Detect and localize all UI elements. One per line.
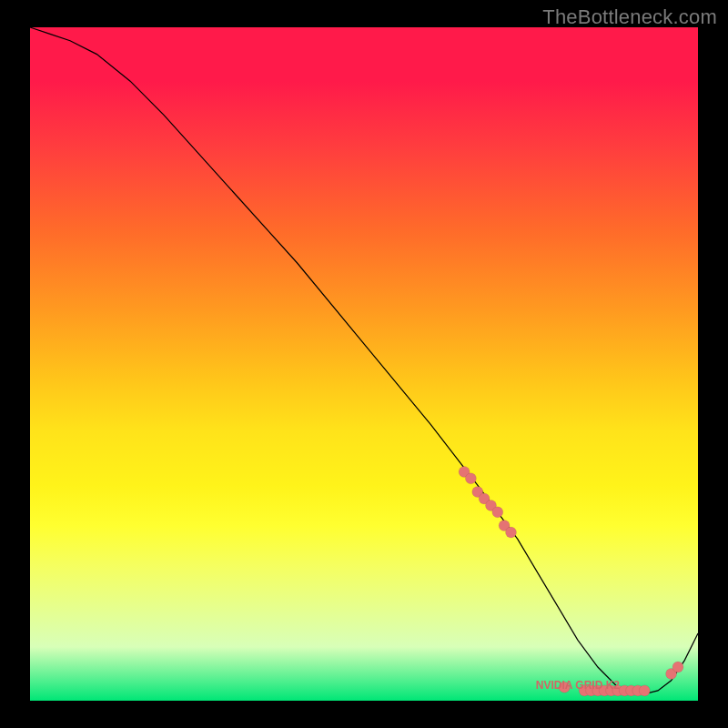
chart-svg: NVIDIA GRID K2: [30, 27, 698, 701]
data-point: [465, 473, 476, 484]
data-point: [672, 662, 683, 672]
data-point: [639, 685, 650, 696]
data-point: [506, 527, 517, 538]
scatter-dots: [459, 466, 683, 696]
data-point: [492, 507, 503, 518]
curve-label: NVIDIA GRID K2: [536, 679, 621, 692]
watermark-text: TheBottleneck.com: [542, 5, 717, 29]
plot-area: NVIDIA GRID K2: [30, 27, 698, 701]
bottleneck-curve: [30, 27, 698, 694]
